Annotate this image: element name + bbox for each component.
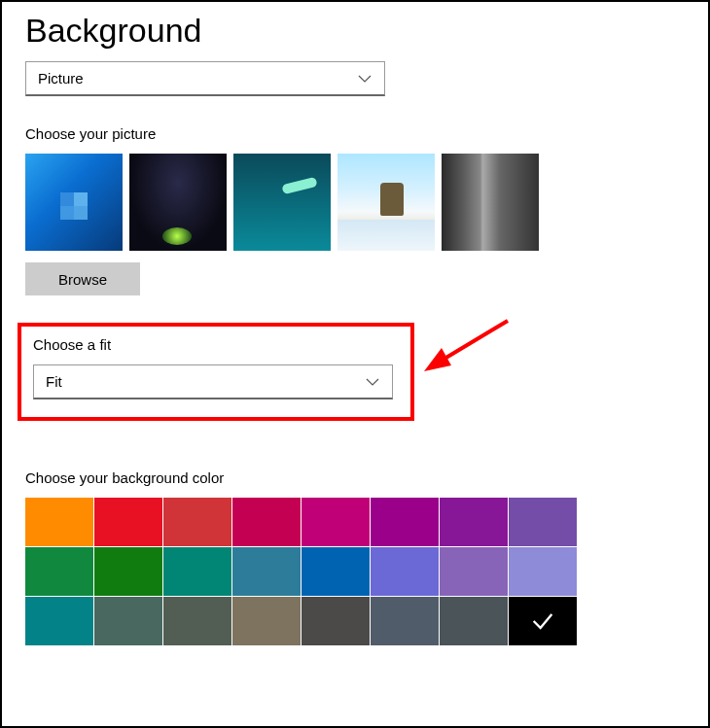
choose-fit-label: Choose a fit [33,336,399,353]
color-swatch[interactable] [163,498,231,546]
picture-thumbnails [25,154,685,251]
color-swatch[interactable] [440,597,508,645]
color-swatch[interactable] [163,547,231,596]
color-swatch[interactable] [232,547,301,596]
color-swatch[interactable] [509,498,577,546]
color-swatch[interactable] [94,498,162,546]
color-swatch[interactable] [94,597,162,645]
browse-button[interactable]: Browse [25,262,140,295]
annotation-arrow-icon [410,313,527,391]
color-swatch[interactable] [232,498,301,546]
color-swatch[interactable] [25,547,93,596]
chevron-down-icon [357,71,373,87]
color-swatch[interactable] [440,547,508,596]
background-type-value: Picture [38,70,84,87]
choose-color-label: Choose your background color [25,469,685,486]
svg-line-0 [440,321,508,362]
chevron-down-icon [365,374,380,390]
color-swatch[interactable] [302,547,370,596]
color-grid [25,498,578,646]
fit-value: Fit [46,373,62,390]
checkmark-icon [529,607,556,635]
color-swatch[interactable] [440,498,508,546]
color-swatch[interactable] [232,597,301,645]
color-swatch[interactable] [25,498,93,546]
color-swatch[interactable] [371,547,439,596]
color-swatch[interactable] [509,597,577,645]
background-type-dropdown[interactable]: Picture [25,61,385,96]
color-swatch[interactable] [509,547,577,596]
color-swatch[interactable] [371,597,439,645]
color-swatch[interactable] [302,498,370,546]
color-swatch[interactable] [163,597,231,645]
color-swatch[interactable] [371,498,439,546]
color-swatch[interactable] [25,597,93,645]
picture-thumbnail[interactable] [442,154,539,251]
page-title: Background [25,12,685,50]
picture-thumbnail[interactable] [129,154,227,251]
svg-marker-1 [424,348,451,371]
color-swatch[interactable] [302,597,370,645]
picture-thumbnail[interactable] [233,154,331,251]
annotation-highlight: Choose a fit Fit [18,323,414,421]
color-swatch[interactable] [94,547,162,596]
picture-thumbnail[interactable] [337,154,435,251]
choose-picture-label: Choose your picture [25,125,685,142]
picture-thumbnail[interactable] [25,154,123,251]
fit-dropdown[interactable]: Fit [33,364,393,399]
